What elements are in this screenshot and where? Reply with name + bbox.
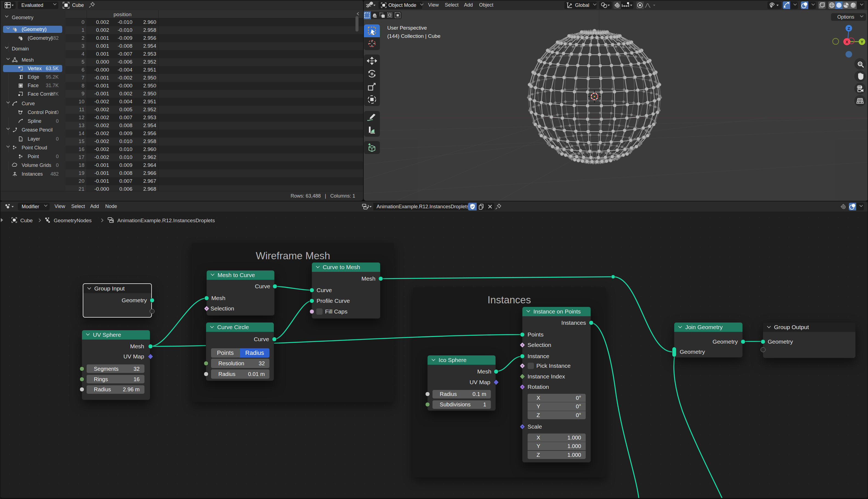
svg-text:X: X (845, 39, 848, 44)
svg-text:Y: Y (860, 39, 863, 44)
svg-text:Z: Z (847, 26, 850, 31)
